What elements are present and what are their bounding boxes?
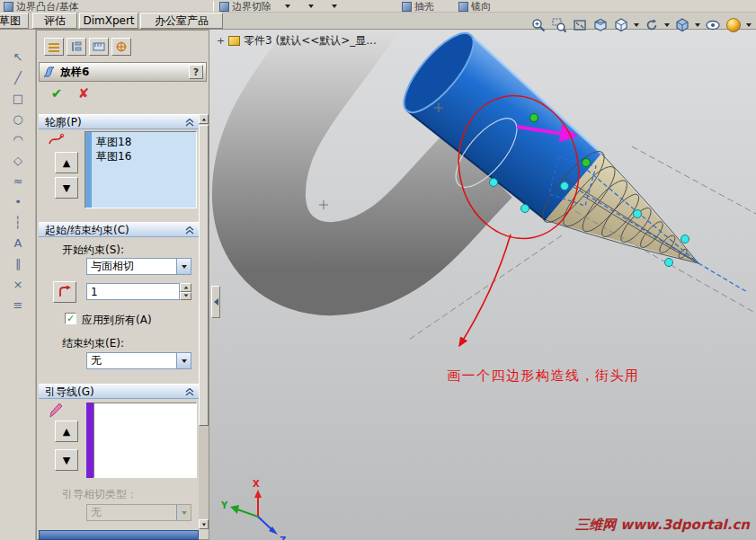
- toolbar-separator: [213, 1, 214, 12]
- triad-z-label: Z: [280, 536, 286, 540]
- select-glyph: ↖: [13, 50, 23, 64]
- rotate-view-icon[interactable]: [642, 16, 661, 35]
- tangent-length-input[interactable]: 1: [86, 283, 180, 300]
- propertymanager-tab-icon[interactable]: [44, 38, 64, 56]
- text-tool-icon[interactable]: A: [8, 234, 28, 252]
- rectangle-tool-icon[interactable]: □: [8, 89, 28, 108]
- trim-tool-icon[interactable]: ×: [8, 275, 28, 294]
- move-profile-up-button[interactable]: ▲: [55, 152, 78, 173]
- mirror-icon: [458, 2, 468, 12]
- profiles-section-header[interactable]: 轮廓(P): [39, 114, 199, 129]
- guide-tangency-value: 无: [87, 505, 176, 520]
- offset-tool-icon[interactable]: ≡: [8, 296, 28, 314]
- boundary-cut-button[interactable]: 边界切除: [219, 0, 271, 13]
- mirror-label: 镜向: [471, 0, 491, 13]
- point-glyph: •: [14, 195, 22, 208]
- move-profile-down-button[interactable]: ▼: [55, 177, 78, 199]
- tab-evaluate-label: 评估: [44, 14, 66, 27]
- spline-tool-icon[interactable]: ≈: [8, 172, 28, 190]
- model-view: 画一个四边形构造线，街头用 X Y Z 三维网 www.3dportal.cn: [209, 30, 756, 540]
- tangent-length-spinner[interactable]: [180, 283, 191, 300]
- boundary-boss-base-icon: [4, 2, 13, 12]
- view-orientation-dropdown-icon[interactable]: [632, 16, 640, 35]
- offset-glyph: ≡: [13, 298, 23, 312]
- tab-evaluate[interactable]: 评估: [32, 13, 77, 29]
- guide-curves-listbox[interactable]: [93, 403, 197, 478]
- triad-x-label: X: [253, 479, 260, 489]
- dropdown-arrow-icon[interactable]: [306, 0, 316, 13]
- tab-office-products[interactable]: 办公室产品: [140, 13, 223, 29]
- display-pane-tab-icon[interactable]: [111, 38, 131, 56]
- display-style-dropdown-icon[interactable]: [693, 16, 701, 35]
- tab-dimxpert[interactable]: DimXpert: [79, 13, 138, 29]
- combo-dropdown-icon: [176, 505, 191, 520]
- guide-curve-selection-icon: [49, 403, 63, 419]
- profile-item[interactable]: 草图16: [96, 149, 131, 164]
- collapse-chevron-icon[interactable]: [185, 226, 194, 235]
- arc-tool-icon[interactable]: ◠: [8, 130, 28, 149]
- end-constraint-value: 无: [87, 353, 176, 368]
- flip-tangent-direction-button[interactable]: [53, 281, 76, 303]
- appearance-dropdown-icon[interactable]: [744, 16, 752, 35]
- profile-item[interactable]: 草图18: [96, 135, 131, 150]
- zoom-window-icon[interactable]: [549, 16, 568, 35]
- scrollbar-thumb[interactable]: [199, 125, 209, 426]
- shell-label: 抽壳: [414, 0, 434, 13]
- panel-scrollbar[interactable]: [199, 114, 209, 529]
- guide-tangency-select: 无: [86, 504, 191, 521]
- appearance-icon[interactable]: [724, 16, 743, 35]
- hide-show-items-icon[interactable]: [703, 16, 722, 35]
- circle-tool-icon[interactable]: ○: [8, 110, 28, 128]
- configuration-tab-icon[interactable]: [89, 38, 109, 56]
- graphics-area[interactable]: 画一个四边形构造线，街头用 X Y Z 三维网 www.3dportal.cn: [209, 30, 756, 540]
- constraints-section-header[interactable]: 起始/结束约束(C): [39, 222, 199, 237]
- help-button[interactable]: ?: [189, 65, 203, 79]
- line-tool-icon[interactable]: ╱: [8, 68, 28, 87]
- zoom-in-icon[interactable]: [529, 16, 547, 35]
- collapse-chevron-icon[interactable]: [185, 388, 194, 396]
- end-constraint-select[interactable]: 无: [86, 352, 191, 369]
- collapse-chevron-icon[interactable]: [185, 119, 194, 127]
- up-arrow-icon: ▲: [63, 426, 70, 438]
- zoom-fit-icon[interactable]: [570, 16, 589, 35]
- cancel-button[interactable]: ✘: [73, 84, 94, 102]
- panel-splitter-handle[interactable]: [211, 286, 220, 318]
- apply-to-all-checkbox[interactable]: ✓: [65, 313, 76, 324]
- point-tool-icon[interactable]: •: [8, 192, 28, 211]
- combo-dropdown-icon[interactable]: [176, 259, 191, 274]
- tab-sketch[interactable]: 草图: [0, 13, 29, 29]
- section-view-icon[interactable]: [591, 16, 609, 35]
- ok-button[interactable]: ✔: [46, 84, 67, 102]
- display-style-icon[interactable]: [672, 16, 691, 35]
- polygon-tool-icon[interactable]: ◇: [8, 151, 28, 170]
- spline-glyph: ≈: [13, 174, 23, 188]
- shell-button[interactable]: 抽壳: [402, 0, 434, 13]
- tree-expand-icon[interactable]: +: [217, 35, 225, 47]
- next-section-header-partial[interactable]: [39, 530, 199, 540]
- constraints-header-label: 起始/结束约束(C): [45, 224, 129, 236]
- mirror-entities-tool-icon[interactable]: ∥: [8, 254, 28, 273]
- select-tool-icon[interactable]: ↖: [8, 48, 28, 66]
- profiles-listbox[interactable]: 草图18 草图16: [84, 131, 197, 208]
- spinner-up-icon[interactable]: [180, 283, 191, 292]
- combo-dropdown-icon[interactable]: [176, 353, 191, 368]
- profiles-header-label: 轮廓(P): [45, 116, 82, 128]
- view-orientation-icon[interactable]: [611, 16, 630, 35]
- spinner-down-icon[interactable]: [180, 292, 191, 301]
- featuremanager-tab-icon[interactable]: [67, 38, 86, 56]
- start-constraint-select[interactable]: 与面相切: [86, 258, 191, 275]
- scroll-up-icon[interactable]: [199, 114, 209, 124]
- move-guide-up-button[interactable]: ▲: [55, 420, 78, 442]
- scroll-down-icon[interactable]: [199, 519, 209, 529]
- move-guide-down-button[interactable]: ▼: [55, 449, 78, 471]
- dropdown-arrow-icon[interactable]: [282, 0, 293, 13]
- start-constraint-label: 开始约束(S):: [62, 243, 124, 258]
- boundary-boss-base-button[interactable]: 边界凸台/基体: [4, 0, 79, 13]
- mirror-button[interactable]: 镜向: [458, 0, 491, 13]
- centerline-tool-icon[interactable]: ┆: [8, 213, 28, 232]
- rotate-view-dropdown-icon[interactable]: [663, 16, 671, 35]
- flyout-feature-tree[interactable]: + 零件3 (默认<<默认>_显...: [217, 33, 377, 49]
- guide-curves-section-header[interactable]: 引导线(G): [39, 384, 199, 399]
- dropdown-arrow-icon[interactable]: [329, 0, 340, 13]
- features-toolbar: 边界凸台/基体 边界切除 抽壳 镜向: [0, 0, 756, 13]
